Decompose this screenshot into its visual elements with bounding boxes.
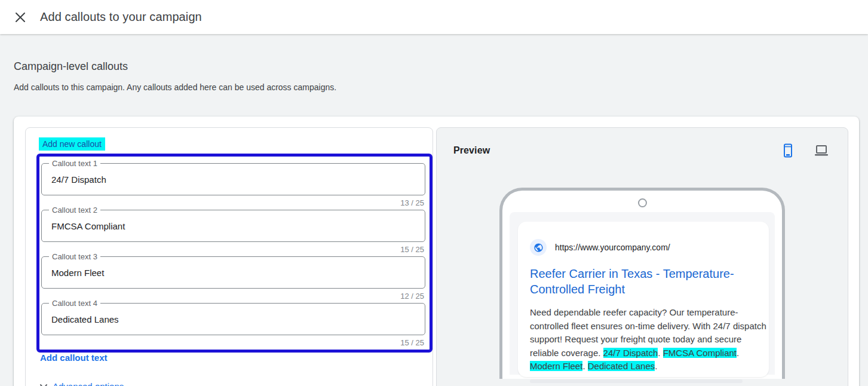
advanced-options-toggle[interactable]: Advanced options (39, 381, 421, 386)
annotation-box: Callout text 1 13 / 25 Callout text 2 15… (36, 154, 433, 353)
callouts-card: Add new callout Callout text 1 13 / 25 C… (14, 117, 859, 386)
callout-highlight: Modern Fleet (530, 361, 582, 371)
preview-panel: Preview (436, 127, 848, 386)
add-new-callout-button[interactable]: Add new callout (39, 137, 105, 151)
callout-highlight: FMCSA Compliant (663, 348, 737, 358)
callout-text-1-field[interactable]: Callout text 1 (41, 163, 425, 195)
callout-highlight: Dedicated Lanes (588, 361, 655, 371)
ad-display-url: https://www.yourcompany.com/ (555, 243, 670, 252)
advanced-options-label: Advanced options (53, 381, 124, 386)
preview-title: Preview (453, 145, 490, 156)
phone-camera-icon (638, 198, 647, 207)
callout-text-3-field[interactable]: Callout text 3 (41, 256, 425, 289)
add-callout-text-link[interactable]: Add callout text (40, 353, 108, 363)
ad-preview-card: https://www.yourcompany.com/ Reefer Carr… (518, 222, 769, 377)
section-subtitle: Add callouts to this campaign. Any callo… (14, 82, 336, 92)
phone-screen: https://www.yourcompany.com/ Reefer Carr… (510, 212, 775, 375)
modal-header: Add callouts to your campaign (0, 0, 868, 34)
callout-form-panel: Add new callout Callout text 1 13 / 25 C… (25, 127, 433, 386)
section-title: Campaign-level callouts (14, 60, 128, 73)
char-counter: 15 / 25 (41, 335, 425, 350)
mobile-preview-button[interactable] (780, 142, 796, 159)
callout-field-1: Callout text 1 13 / 25 (41, 163, 425, 210)
desktop-preview-button[interactable] (813, 142, 830, 159)
laptop-icon (814, 144, 829, 157)
ad-headline[interactable]: Reefer Carrier in Texas - Temperature-Co… (530, 266, 766, 297)
callout-text-1-input[interactable] (51, 164, 410, 195)
ad-divider (530, 379, 743, 383)
callout-text-4-input[interactable] (51, 304, 410, 335)
smartphone-icon (781, 143, 795, 158)
callout-text-2-input[interactable] (51, 210, 410, 241)
callout-text-3-input[interactable] (51, 257, 410, 288)
callout-highlight: 24/7 Dispatch (603, 348, 658, 358)
globe-icon (530, 239, 547, 256)
close-button[interactable] (10, 7, 31, 28)
callout-text-4-field[interactable]: Callout text 4 (41, 303, 425, 335)
chevron-down-icon (39, 382, 48, 386)
close-icon (15, 12, 26, 23)
phone-mockup: https://www.yourcompany.com/ Reefer Carr… (499, 188, 785, 379)
callout-field-2: Callout text 2 15 / 25 (41, 210, 425, 256)
ad-description: Need dependable reefer capacity? Our tem… (530, 306, 766, 373)
callout-field-3: Callout text 3 12 / 25 (41, 256, 425, 303)
callout-text-2-field[interactable]: Callout text 2 (41, 210, 425, 242)
page-title: Add callouts to your campaign (40, 10, 202, 24)
callout-field-4: Callout text 4 15 / 25 (41, 303, 425, 350)
